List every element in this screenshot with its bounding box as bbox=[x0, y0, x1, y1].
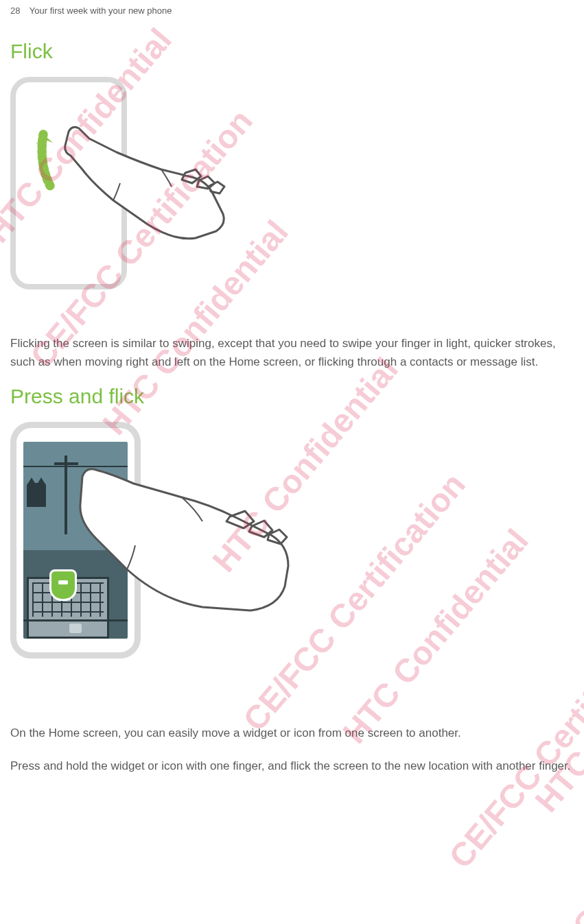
illustration-press-and-flick bbox=[10, 422, 574, 696]
section-title-press-and-flick: Press and flick bbox=[10, 385, 574, 408]
flick-description: Flicking the screen is similar to swipin… bbox=[10, 334, 574, 371]
watermark-certification: CE/FCC Certification bbox=[565, 672, 584, 924]
chapter-name: Your first week with your new phone bbox=[30, 5, 172, 16]
page-number: 28 bbox=[10, 5, 20, 16]
page-header: 28 Your first week with your new phone bbox=[10, 0, 574, 29]
illustration-flick bbox=[10, 77, 574, 317]
press-flick-description-1: On the Home screen, you can easily move … bbox=[10, 724, 574, 742]
section-title-flick: Flick bbox=[10, 40, 574, 63]
press-flick-description-2: Press and hold the widget or icon with o… bbox=[10, 757, 574, 775]
hand-icon bbox=[51, 115, 244, 307]
hand-icon bbox=[58, 429, 305, 676]
